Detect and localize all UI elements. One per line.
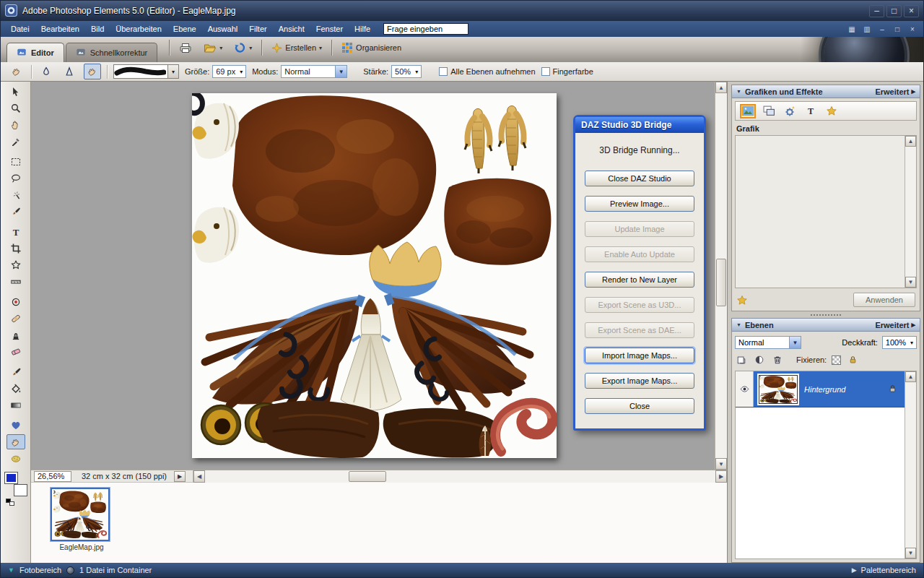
question-search-input[interactable]: Frage eingeben <box>383 23 468 35</box>
tool-gradient[interactable] <box>6 397 25 413</box>
layer-name[interactable]: Hintergrund <box>804 385 888 394</box>
tool-healing-brush[interactable] <box>6 311 25 326</box>
scroll-down-icon[interactable]: ▼ <box>905 548 916 558</box>
tool-magic-wand[interactable] <box>6 187 25 202</box>
tool-brush[interactable] <box>6 364 25 379</box>
status-menu-icon[interactable]: ▶ <box>174 471 186 482</box>
tool-shape[interactable] <box>6 418 25 433</box>
menu-fenster[interactable]: Fenster <box>310 22 349 35</box>
document-eaglemap[interactable] <box>192 93 557 458</box>
delete-layer-icon[interactable] <box>771 354 784 366</box>
tool-paint-bucket[interactable] <box>6 381 25 396</box>
scroll-up-icon[interactable]: ▲ <box>715 82 727 93</box>
menu-hilfe[interactable]: Hilfe <box>349 22 376 35</box>
scroll-up-icon[interactable]: ▲ <box>905 136 916 147</box>
layers-expand-button[interactable]: Erweitert▸ <box>875 320 915 329</box>
strength-field[interactable]: 50% ▾ <box>391 65 422 78</box>
favorites-star-icon[interactable] <box>824 104 840 118</box>
tool-sponge[interactable] <box>6 451 25 466</box>
tab-schnellkorrektur[interactable]: Schnellkorrektur <box>66 43 157 62</box>
scroll-down-icon[interactable]: ▼ <box>715 458 727 470</box>
tool-eyedropper[interactable] <box>6 134 25 149</box>
text-effects-icon[interactable]: T <box>803 104 819 118</box>
tool-move[interactable] <box>6 84 25 99</box>
lock-all-icon[interactable] <box>846 354 859 366</box>
layers-panel-header[interactable]: ▼ Ebenen Erweitert▸ <box>731 318 920 332</box>
smudge-tool-toggle[interactable] <box>84 64 101 79</box>
effects-panel-header[interactable]: ▼ Grafiken und Effekte Erweitert▸ <box>731 85 920 98</box>
tab-editor[interactable]: Editor <box>6 43 64 62</box>
effects-expand-button[interactable]: Erweitert▸ <box>875 87 915 96</box>
horizontal-scroll-thumb[interactable] <box>349 471 386 482</box>
doc-minimize-icon[interactable]: – <box>877 25 887 33</box>
finger-painting-checkbox[interactable] <box>541 67 550 76</box>
brush-size-field[interactable]: 69 px ▾ <box>212 65 246 78</box>
menu-bild[interactable]: Bild <box>85 22 110 35</box>
default-colors-icon[interactable] <box>6 499 16 506</box>
doc-close-icon[interactable]: × <box>907 25 918 33</box>
collapse-triangle-icon[interactable]: ▼ <box>736 89 741 94</box>
maximize-icon[interactable]: □ <box>886 5 902 17</box>
tool-eraser[interactable] <box>6 344 25 359</box>
tool-type[interactable]: T <box>6 224 25 239</box>
daz-dialog-titlebar[interactable]: DAZ Studio 3D Bridge <box>575 117 704 133</box>
menu-datei[interactable]: Datei <box>5 22 35 35</box>
menu-bearbeiten[interactable]: Bearbeiten <box>35 22 85 35</box>
menu-ansicht[interactable]: Ansicht <box>273 22 310 35</box>
blur-tool-toggle[interactable] <box>38 64 55 79</box>
tool-zoom[interactable] <box>6 100 25 116</box>
palette-splitter[interactable] <box>731 311 920 318</box>
scroll-right-icon[interactable]: ▶ <box>715 470 727 483</box>
background-color-swatch[interactable] <box>14 485 27 496</box>
close-icon[interactable]: × <box>904 5 919 17</box>
tool-clone-stamp[interactable] <box>6 327 25 342</box>
collapse-triangle-icon[interactable]: ▼ <box>736 322 741 327</box>
tile-windows-icon[interactable]: ▦ <box>847 25 857 33</box>
layer-thumbnail[interactable] <box>759 375 798 404</box>
tool-cookie-cutter[interactable] <box>6 257 25 272</box>
menu-auswahl[interactable]: Auswahl <box>202 22 244 35</box>
effects-content-area[interactable]: ▲ ▼ <box>735 135 917 288</box>
tool-crop[interactable] <box>6 241 25 256</box>
minimize-icon[interactable]: – <box>869 5 884 17</box>
sharpen-tool-toggle[interactable] <box>61 64 78 79</box>
import-button[interactable]: ▾ <box>232 40 254 55</box>
lock-transparency-icon[interactable] <box>832 355 841 365</box>
palette-bin-toggle[interactable]: ▶ Palettenbereich <box>852 566 916 574</box>
tool-red-eye[interactable] <box>6 294 25 309</box>
daz-import-image-maps-button[interactable]: Import Image Maps... <box>585 348 694 363</box>
daz-close-daz-studio-button[interactable]: Close DAZ Studio <box>585 171 694 186</box>
blend-mode-select[interactable]: Normal ▼ <box>281 65 347 78</box>
layer-visibility-cell[interactable] <box>736 371 754 407</box>
tool-marquee[interactable] <box>6 154 25 169</box>
layer-blend-mode-select[interactable]: Normal ▼ <box>735 336 801 349</box>
scroll-left-icon[interactable]: ◀ <box>193 470 205 483</box>
artwork-icon[interactable] <box>740 104 756 118</box>
frames-icon[interactable] <box>761 104 777 118</box>
horizontal-scrollbar[interactable]: ◀ ▶ <box>193 470 727 483</box>
vertical-scrollbar[interactable]: ▲ ▼ <box>715 82 727 470</box>
sample-all-layers-checkbox[interactable] <box>439 67 448 76</box>
tool-straighten[interactable] <box>6 274 25 289</box>
foreground-color-swatch[interactable] <box>5 473 17 483</box>
daz-bridge-dialog[interactable]: DAZ Studio 3D Bridge 3D Bridge Running..… <box>573 115 706 431</box>
new-layer-icon[interactable] <box>735 354 748 366</box>
effects-scrollbar[interactable]: ▲ ▼ <box>905 136 916 288</box>
layer-row-hintergrund[interactable]: Hintergrund <box>736 371 905 407</box>
cascade-windows-icon[interactable]: ▥ <box>862 25 872 33</box>
open-button[interactable]: ▾ <box>201 41 225 55</box>
photo-bin-toggle-icon[interactable]: ▼ <box>8 566 14 574</box>
photo-bin-item[interactable]: EagleMap.jpg <box>51 488 113 551</box>
scroll-up-icon[interactable]: ▲ <box>905 371 916 382</box>
layers-list[interactable]: Hintergrund ▲ ▼ <box>735 371 917 559</box>
print-button[interactable] <box>177 40 194 55</box>
menu-ebene[interactable]: Ebene <box>167 22 202 35</box>
photo-thumbnail[interactable] <box>51 488 110 541</box>
daz-export-image-maps-button[interactable]: Export Image Maps... <box>585 373 694 389</box>
tool-lasso[interactable] <box>6 171 25 186</box>
organize-button[interactable]: Organisieren <box>339 40 404 55</box>
adjustment-layer-icon[interactable] <box>753 354 766 366</box>
tool-smudge[interactable] <box>6 434 25 449</box>
daz-preview-image-button[interactable]: Preview Image... <box>585 196 694 212</box>
scroll-down-icon[interactable]: ▼ <box>905 277 916 288</box>
